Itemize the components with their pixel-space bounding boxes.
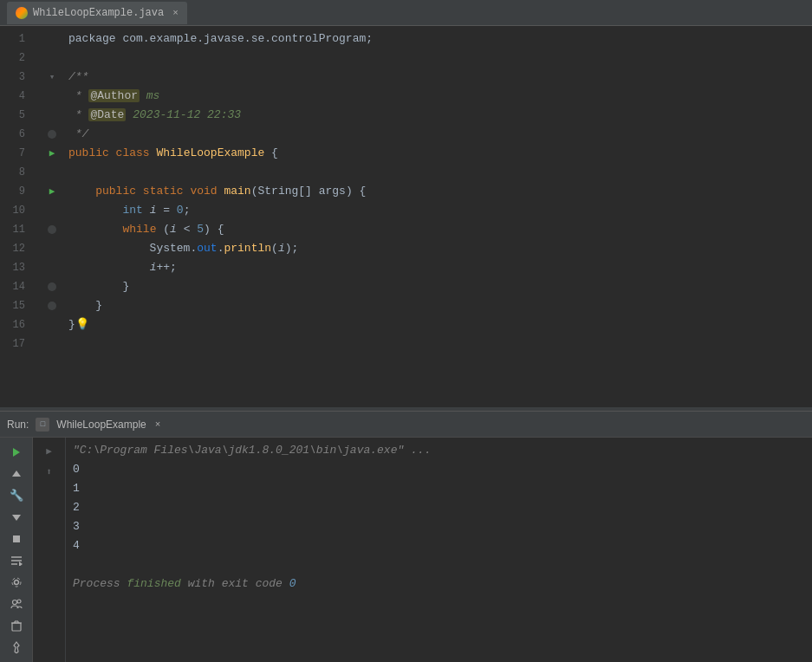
line-number-7: 7: [0, 144, 32, 163]
tab-label: WhileLoopExample.java: [33, 7, 164, 19]
run-line-gutter: ▶ ⬆: [33, 438, 66, 662]
output-line: "C:\Program Files\Java\jdk1.8.0_201\bin\…: [73, 441, 805, 460]
svg-marker-0: [13, 448, 20, 457]
gutter-line-9: ▶: [39, 182, 65, 201]
output-line: 2: [73, 498, 805, 517]
run-tab-label[interactable]: WhileLoopExample: [56, 419, 146, 431]
run-down-button[interactable]: [5, 508, 28, 526]
code-line-16: }💡: [65, 315, 812, 334]
svg-rect-12: [12, 623, 21, 631]
editor-tab[interactable]: WhileLoopExample.java ×: [7, 2, 187, 24]
breakpoint-icon[interactable]: [48, 130, 56, 139]
fold-icon[interactable]: ▾: [49, 68, 55, 87]
gutter-line-17: [39, 334, 65, 354]
output-line: 4: [73, 536, 805, 555]
run-output: "C:\Program Files\Java\jdk1.8.0_201\bin\…: [66, 438, 812, 662]
svg-point-10: [12, 600, 16, 605]
run-panel: Run: □ WhileLoopExample × 🔧: [0, 411, 812, 662]
run-output-container: ▶ ⬆ "C:\Program Files\Java\jdk1.8.0_201\…: [33, 438, 812, 662]
code-container: 1234567891011121314151617 ▾▶▶ package co…: [0, 26, 812, 407]
gutter-line-5: [39, 106, 65, 125]
code-lines[interactable]: package com.example.javase.se.controlPro…: [65, 26, 812, 407]
run-tab-close-button[interactable]: ×: [155, 419, 161, 430]
gutter-line-2: [39, 49, 65, 68]
gutter-line-16: [39, 315, 65, 334]
code-line-14: }: [65, 277, 812, 296]
run-wrench-button[interactable]: 🔧: [5, 486, 28, 504]
run-content: 🔧: [0, 438, 812, 662]
line-number-14: 14: [0, 277, 32, 296]
run-label: Run:: [7, 419, 29, 431]
line-number-16: 16: [0, 315, 32, 334]
run-arrow-icon: ▶: [49, 182, 55, 201]
run-pin-button[interactable]: [5, 639, 28, 657]
run-trash-button[interactable]: [5, 617, 28, 635]
code-line-9: public static void main(String[] args) {: [65, 182, 812, 201]
gutter-line-10: [39, 201, 65, 220]
code-line-8: [65, 163, 812, 182]
run-gutter-up[interactable]: ⬆: [40, 462, 59, 481]
gutter-line-6: [39, 125, 65, 144]
svg-rect-3: [13, 535, 20, 542]
run-up-button[interactable]: [5, 464, 28, 483]
code-line-6: */: [65, 125, 812, 144]
code-line-13: i++;: [65, 258, 812, 277]
svg-marker-1: [12, 471, 21, 477]
line-number-13: 13: [0, 258, 32, 277]
breakpoint-icon[interactable]: [48, 282, 56, 291]
code-line-3: /**: [65, 68, 812, 87]
output-line: Process finished with exit code 0: [73, 574, 805, 594]
output-line: 3: [73, 517, 805, 536]
line-number-1: 1: [0, 29, 32, 49]
code-line-15: }: [65, 296, 812, 315]
run-arrow-icon: ▶: [49, 144, 55, 163]
java-icon: [16, 7, 28, 19]
line-number-2: 2: [0, 49, 32, 68]
run-stop-button[interactable]: [5, 529, 28, 548]
line-number-11: 11: [0, 220, 32, 239]
line-number-8: 8: [0, 163, 32, 182]
code-line-7: public class WhileLoopExample {: [65, 144, 812, 163]
gutter-line-13: [39, 258, 65, 277]
code-line-17: [65, 334, 812, 354]
output-line: 1: [73, 479, 805, 498]
svg-point-11: [17, 600, 21, 603]
svg-marker-7: [19, 561, 23, 566]
line-number-12: 12: [0, 239, 32, 258]
code-line-10: int i = 0;: [65, 201, 812, 220]
gutter-line-14: [39, 277, 65, 296]
line-number-5: 5: [0, 106, 32, 125]
output-line: 0: [73, 460, 805, 479]
line-number-9: 9: [0, 182, 32, 201]
code-line-12: System.out.println(i);: [65, 239, 812, 258]
run-gutter-play[interactable]: ▶: [40, 441, 59, 460]
run-users-button[interactable]: [5, 595, 28, 613]
line-number-4: 4: [0, 87, 32, 106]
svg-marker-2: [12, 515, 21, 521]
run-sidebar: 🔧: [0, 438, 33, 662]
svg-point-9: [12, 578, 21, 587]
output-line: [73, 555, 805, 574]
code-line-5: * @Date 2023-11-12 22:33: [65, 106, 812, 125]
gutter: ▾▶▶: [39, 26, 65, 407]
gutter-line-3: ▾: [39, 68, 65, 87]
run-lines-button[interactable]: [5, 551, 28, 569]
tab-close-button[interactable]: ×: [172, 8, 179, 18]
breakpoint-icon[interactable]: [48, 302, 56, 310]
line-number-6: 6: [0, 125, 32, 144]
run-play-button[interactable]: [5, 443, 28, 461]
code-line-1: package com.example.javase.se.controlPro…: [65, 29, 812, 49]
code-line-11: while (i < 5) {: [65, 220, 812, 239]
gutter-line-8: [39, 163, 65, 182]
run-tab-icon: □: [36, 418, 49, 432]
gutter-line-11: [39, 220, 65, 239]
gutter-line-1: [39, 29, 65, 49]
gutter-line-4: [39, 87, 65, 106]
line-number-17: 17: [0, 334, 32, 354]
breakpoint-icon[interactable]: [48, 225, 56, 234]
code-line-4: * @Author ms: [65, 87, 812, 106]
title-bar: WhileLoopExample.java ×: [0, 0, 812, 26]
editor-area: 1234567891011121314151617 ▾▶▶ package co…: [0, 26, 812, 407]
run-gear-button[interactable]: [5, 574, 28, 592]
line-number-3: 3: [0, 68, 32, 87]
